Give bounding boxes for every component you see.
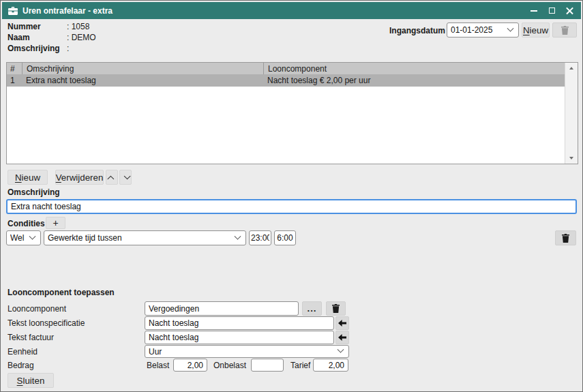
tarief-label: Tarief <box>290 361 310 370</box>
condition-type-value: Gewerkte tijd tussen <box>48 233 235 243</box>
minimize-button[interactable] <box>525 2 543 19</box>
column-header-omschrijving[interactable]: Omschrijving <box>22 63 263 74</box>
chevron-down-icon <box>338 346 344 353</box>
looncomponent-delete-button[interactable] <box>326 301 346 316</box>
field-omschrijving-header: Omschrijving : <box>8 44 72 53</box>
belast-input[interactable] <box>173 359 207 372</box>
eenheid-value: Uur <box>149 347 338 357</box>
add-condition-button[interactable]: + <box>46 217 65 229</box>
condition-mode-value: Wel <box>10 233 30 243</box>
maximize-icon <box>549 7 555 14</box>
copy-loonspecificatie-button[interactable] <box>335 316 349 330</box>
list-nieuw-button[interactable]: Nieuw <box>8 170 48 185</box>
briefcase-icon <box>8 7 18 15</box>
list-verwijderen-button[interactable]: Verwijderen <box>55 170 104 185</box>
ingangsdatum-value: 01-01-2025 <box>451 25 508 35</box>
row-omschrijving: Extra nacht toeslag <box>22 74 263 87</box>
looncomponent-label: Looncomponent <box>8 304 66 314</box>
scroll-up-icon <box>569 67 573 70</box>
separator: : <box>67 22 69 31</box>
field-naam: Naam : DEMO <box>8 33 96 42</box>
tarief-input[interactable] <box>313 359 348 372</box>
trash-icon <box>562 234 569 243</box>
tekst-factuur-label: Tekst factuur <box>8 333 54 342</box>
minimize-icon <box>530 10 537 12</box>
tekst-factuur-input[interactable] <box>145 331 334 344</box>
table-header-row: # Omschrijving Looncomponent <box>7 63 565 74</box>
copy-factuur-button[interactable] <box>335 331 349 344</box>
naam-label: Naam <box>8 33 67 42</box>
onbelast-label: Onbelast <box>213 361 246 370</box>
condition-type-select[interactable]: Gewerkte tijd tussen <box>44 230 246 245</box>
close-icon <box>566 7 573 14</box>
omschrijving-input[interactable] <box>6 199 577 214</box>
belast-label: Belast <box>147 361 169 370</box>
sluiten-button[interactable]: Sluiten <box>8 373 54 388</box>
nummer-label: Nummer <box>8 22 67 31</box>
condition-mode-select[interactable]: Wel <box>6 230 41 245</box>
naam-value: DEMO <box>72 33 96 42</box>
separator: : <box>67 33 69 42</box>
ingangsdatum-label: Ingangsdatum <box>389 26 441 35</box>
table-row[interactable]: 1 Extra nacht toeslag Nacht toeslag € 2,… <box>7 74 565 87</box>
column-header-num[interactable]: # <box>7 63 22 74</box>
chevron-down-icon <box>29 232 36 239</box>
field-nummer: Nummer : 1058 <box>8 22 89 31</box>
apply-section-title: Looncomponent toepassen <box>8 288 115 297</box>
looncomponent-browse-button[interactable]: ... <box>302 301 322 316</box>
onbelast-input[interactable] <box>251 359 284 372</box>
bedrag-label: Bedrag <box>8 361 34 370</box>
eenheid-label: Eenheid <box>8 347 38 357</box>
scroll-down-button[interactable] <box>565 153 578 164</box>
trash-icon <box>332 304 340 313</box>
omschrijving-label: Omschrijving <box>8 187 60 197</box>
move-up-button[interactable] <box>106 170 118 185</box>
nummer-value: 1058 <box>72 22 90 31</box>
title-bar[interactable]: Uren ontrafelaar - extra <box>2 2 581 19</box>
row-num: 1 <box>7 74 22 87</box>
arrow-left-icon <box>338 320 346 327</box>
chevron-down-icon <box>123 172 130 179</box>
dialog-uren-ontrafelaar: Uren ontrafelaar - extra Nummer : 1058 N… <box>0 0 583 392</box>
column-header-looncomponent[interactable]: Looncomponent <box>263 63 565 74</box>
scroll-up-button[interactable] <box>565 63 578 74</box>
row-looncomponent: Nacht toeslag € 2,00 per uur <box>263 74 565 87</box>
move-down-button[interactable] <box>119 170 132 185</box>
ingangsdatum-nieuw-button[interactable]: Nieuw <box>522 22 550 37</box>
components-table: # Omschrijving Looncomponent 1 Extra nac… <box>6 62 578 164</box>
chevron-up-icon <box>107 175 114 182</box>
omschrijving-header-label: Omschrijving <box>8 44 67 53</box>
maximize-button[interactable] <box>543 2 560 19</box>
time-to-input[interactable] <box>274 230 296 245</box>
condities-label: Condities <box>8 219 45 228</box>
chevron-down-icon <box>235 232 241 239</box>
tekst-loonspecificatie-label: Tekst loonspecificatie <box>8 318 85 328</box>
ingangsdatum-select[interactable]: 01-01-2025 <box>447 22 519 37</box>
close-button[interactable] <box>560 2 578 19</box>
time-from-input[interactable] <box>249 230 271 245</box>
looncomponent-input[interactable] <box>145 301 299 316</box>
ingangsdatum-delete-button[interactable] <box>552 22 577 37</box>
trash-icon <box>561 26 569 35</box>
scroll-down-icon <box>569 157 573 160</box>
table-scrollbar[interactable] <box>565 63 578 164</box>
tekst-loonspecificatie-input[interactable] <box>145 316 334 330</box>
window-title: Uren ontrafelaar - extra <box>23 6 113 16</box>
arrow-left-icon <box>338 334 346 341</box>
separator: : <box>67 44 69 53</box>
eenheid-select[interactable]: Uur <box>145 345 349 358</box>
chevron-down-icon <box>507 25 514 31</box>
delete-condition-button[interactable] <box>555 230 576 245</box>
